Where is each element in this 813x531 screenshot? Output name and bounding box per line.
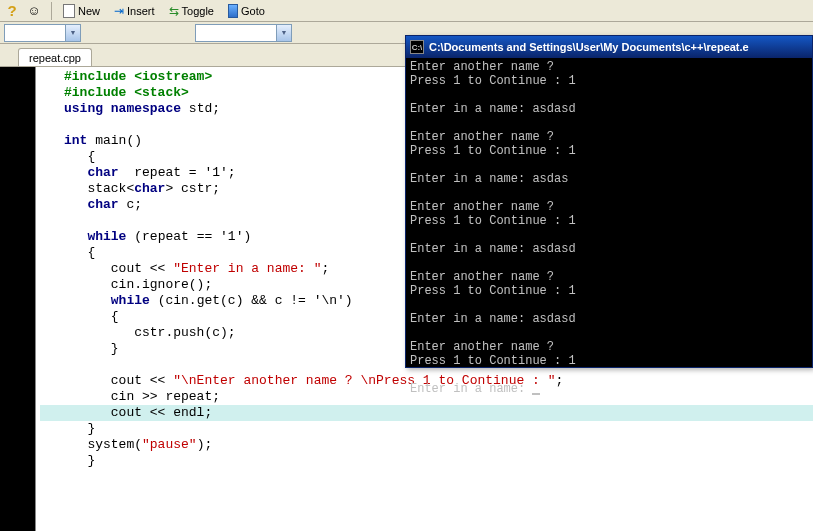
goto-icon bbox=[228, 4, 238, 18]
tab-repeat-cpp[interactable]: repeat.cpp bbox=[18, 48, 92, 67]
goto-button[interactable]: Goto bbox=[222, 2, 271, 20]
toggle-button[interactable]: ⇆ Toggle bbox=[163, 2, 220, 20]
gutter bbox=[0, 67, 36, 531]
insert-label: Insert bbox=[127, 5, 155, 17]
new-button[interactable]: New bbox=[57, 2, 106, 20]
chevron-down-icon[interactable]: ▼ bbox=[276, 25, 291, 41]
separator bbox=[51, 2, 52, 20]
new-icon bbox=[63, 4, 75, 18]
scope-input[interactable] bbox=[5, 26, 65, 40]
smiley-icon[interactable]: ☺ bbox=[26, 3, 42, 19]
console-window[interactable]: C:\ C:\Documents and Settings\User\My Do… bbox=[405, 35, 813, 368]
toggle-label: Toggle bbox=[182, 5, 214, 17]
goto-label: Goto bbox=[241, 5, 265, 17]
code-line[interactable]: } bbox=[40, 421, 813, 437]
console-output: Enter another name ? Press 1 to Continue… bbox=[406, 58, 812, 398]
help-icon[interactable]: ? bbox=[4, 3, 20, 19]
new-label: New bbox=[78, 5, 100, 17]
scope-combo[interactable]: ▼ bbox=[4, 24, 81, 42]
chevron-down-icon[interactable]: ▼ bbox=[65, 25, 80, 41]
main-toolbar: ? ☺ New ⇥ Insert ⇆ Toggle Goto bbox=[0, 0, 813, 22]
member-input[interactable] bbox=[196, 26, 276, 40]
code-line[interactable]: } bbox=[40, 453, 813, 469]
cursor-icon bbox=[532, 393, 540, 395]
code-line[interactable]: cout << endl; bbox=[40, 405, 813, 421]
cmd-icon: C:\ bbox=[410, 40, 424, 54]
console-title-text: C:\Documents and Settings\User\My Docume… bbox=[429, 41, 749, 53]
code-line[interactable]: system("pause"); bbox=[40, 437, 813, 453]
insert-icon: ⇥ bbox=[114, 4, 124, 18]
console-titlebar[interactable]: C:\ C:\Documents and Settings\User\My Do… bbox=[406, 36, 812, 58]
insert-button[interactable]: ⇥ Insert bbox=[108, 2, 161, 20]
member-combo[interactable]: ▼ bbox=[195, 24, 292, 42]
tab-label: repeat.cpp bbox=[29, 52, 81, 64]
toggle-icon: ⇆ bbox=[169, 4, 179, 18]
